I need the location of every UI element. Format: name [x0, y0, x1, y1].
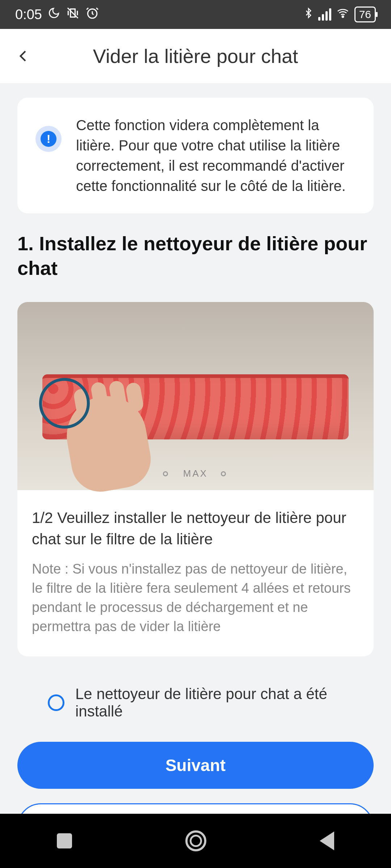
recent-apps-button[interactable] [57, 833, 72, 848]
wifi-icon [336, 7, 350, 22]
next-button[interactable]: Suivant [17, 742, 374, 789]
back-button[interactable] [11, 43, 36, 69]
signal-icon [318, 8, 331, 21]
instruction-note: Note : Si vous n'installez pas de nettoy… [32, 559, 359, 637]
battery-value: 76 [359, 8, 371, 20]
instruction-card: MAX 1/2 Veuillez installer le nettoyeur … [17, 302, 374, 656]
vibrate-icon [66, 6, 80, 23]
home-button[interactable] [185, 830, 206, 851]
battery-indicator: 76 [354, 7, 376, 22]
app-header: Vider la litière pour chat [0, 29, 391, 83]
installed-checkbox-row[interactable]: Le nettoyeur de litière pour chat a été … [17, 685, 374, 720]
instruction-text: 1/2 Veuillez installer le nettoyeur de l… [17, 490, 374, 656]
info-icon: ! [35, 126, 62, 152]
moon-icon [48, 7, 60, 22]
section-title: 1. Installez le nettoyeur de litière pou… [17, 231, 374, 280]
radio-icon[interactable] [48, 694, 64, 711]
checkbox-label: Le nettoyeur de litière pour chat a été … [75, 685, 343, 720]
instruction-main: 1/2 Veuillez installer le nettoyeur de l… [32, 507, 359, 550]
info-text: Cette fonction videra complètement la li… [76, 115, 356, 196]
instruction-image: MAX [17, 302, 374, 490]
android-nav-bar [0, 814, 391, 868]
svg-point-2 [342, 16, 344, 17]
content: ! Cette fonction videra complètement la … [0, 83, 391, 868]
status-time: 0:05 [15, 7, 42, 22]
page-title: Vider la litière pour chat [36, 45, 355, 67]
bluetooth-icon [303, 6, 314, 23]
back-nav-button[interactable] [320, 831, 334, 850]
info-card: ! Cette fonction videra complètement la … [17, 98, 374, 213]
status-left: 0:05 [15, 6, 99, 23]
alarm-icon [85, 6, 99, 23]
max-label: MAX [183, 468, 208, 479]
status-bar: 0:05 76 [0, 0, 391, 29]
status-right: 76 [303, 6, 376, 23]
